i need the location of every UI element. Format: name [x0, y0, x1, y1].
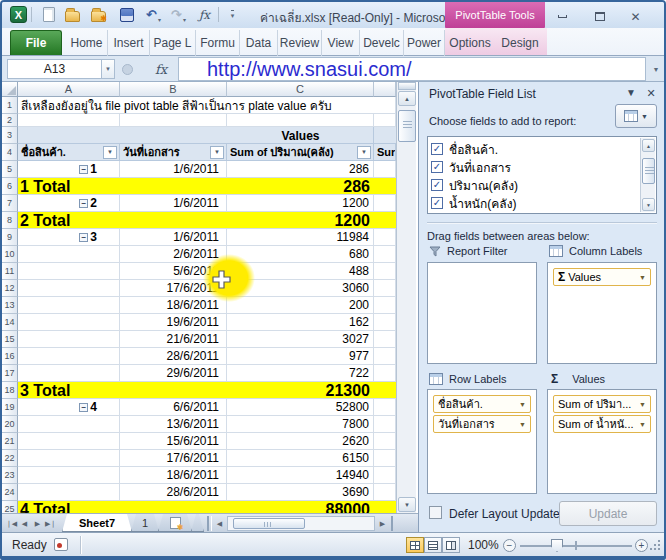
cell-c19[interactable]: 52800 [227, 399, 374, 416]
cell-c16[interactable]: 977 [227, 348, 374, 365]
pane-menu-icon[interactable]: ▼ [623, 87, 639, 98]
resize-grip[interactable] [649, 539, 662, 552]
cell-a23[interactable] [18, 467, 120, 484]
zoom-level[interactable]: 100% [468, 538, 499, 552]
tab-develc[interactable]: Develc [360, 30, 404, 56]
horizontal-scroll-thumb[interactable] [233, 518, 305, 529]
field-checkbox-checked[interactable]: ✓ [431, 179, 443, 191]
tab-data[interactable]: Data [240, 30, 278, 56]
row-header-22[interactable]: 22 [2, 450, 18, 467]
row-header-8[interactable]: 8 [2, 212, 18, 229]
pane-splitter-handle[interactable] [391, 516, 398, 531]
row-header-14[interactable]: 14 [2, 314, 18, 331]
cell-a9[interactable]: −3 [18, 229, 120, 246]
name-box[interactable]: A13 [7, 59, 102, 79]
last-sheet-icon[interactable]: ▶❘ [44, 517, 57, 530]
cell-b15[interactable]: 21/6/2011 [120, 331, 227, 348]
pivot-header-d[interactable]: Sur [374, 144, 396, 161]
cell-b2[interactable] [120, 114, 227, 127]
cell-b19[interactable]: 6/6/2011 [120, 399, 227, 416]
zoom-slider-thumb[interactable] [551, 539, 563, 552]
field-item-2[interactable]: ✓วันที่เอกสาร [431, 158, 631, 176]
excel-app-icon[interactable]: X [10, 6, 27, 23]
values-box[interactable]: Sum of ปริมา...▼Sum of น้ำหนั...▼ [547, 389, 657, 494]
horizontal-scrollbar[interactable] [227, 516, 375, 531]
cell-a7[interactable]: −2 [18, 195, 120, 212]
new-document-icon[interactable] [40, 6, 57, 23]
cell-a16[interactable] [18, 348, 120, 365]
tab-insert[interactable]: Insert [108, 30, 150, 56]
pivot-header-b[interactable]: วันที่เอกสาร▼ [120, 144, 227, 161]
row-header-3[interactable]: 3 [2, 127, 18, 144]
cell-d5[interactable] [374, 161, 396, 178]
first-sheet-icon[interactable]: ❘◀ [5, 517, 18, 530]
record-macro-icon[interactable] [54, 538, 68, 551]
cell-c5[interactable]: 286 [227, 161, 374, 178]
chip-dropdown-icon[interactable]: ▼ [639, 401, 646, 408]
open-folder-icon[interactable] [64, 6, 81, 23]
field-chip-sum-of-น้ำหนั-[interactable]: Sum of น้ำหนั...▼ [553, 415, 651, 433]
cell-b22[interactable]: 17/6/2011 [120, 450, 227, 467]
zoom-out-icon[interactable]: − [503, 539, 516, 552]
cell-b14[interactable]: 19/6/2011 [120, 314, 227, 331]
cell-b9[interactable]: 1/6/2011 [120, 229, 227, 246]
tab-file[interactable]: File [10, 30, 62, 55]
cell-c20[interactable]: 7800 [227, 416, 374, 433]
formula-input[interactable]: http://www.snasui.com/ [178, 57, 646, 81]
cell-d21[interactable] [374, 433, 396, 450]
zoom-in-icon[interactable]: + [635, 539, 648, 552]
cell-d13[interactable] [374, 297, 396, 314]
row-header-17[interactable]: 17 [2, 365, 18, 382]
cell-b7[interactable]: 1/6/2011 [120, 195, 227, 212]
partial-sheet-tab[interactable] [191, 514, 204, 532]
cell-b17[interactable]: 29/6/2011 [120, 365, 227, 382]
page-break-view-button[interactable] [442, 537, 460, 553]
field-checkbox-checked[interactable]: ✓ [431, 143, 443, 155]
field-list-scrollbar[interactable]: ▲ ▼ [640, 138, 655, 212]
field-chip--values[interactable]: ΣValues▼ [553, 268, 651, 286]
row-header-23[interactable]: 23 [2, 467, 18, 484]
vertical-scroll-thumb[interactable] [398, 110, 416, 142]
cell-c14[interactable]: 162 [227, 314, 374, 331]
insert-function-fx-icon[interactable]: fx [148, 59, 174, 79]
collapse-item-icon[interactable]: − [79, 233, 88, 242]
tab-review[interactable]: Review [278, 30, 322, 56]
row-header-24[interactable]: 24 [2, 484, 18, 501]
save-icon[interactable] [118, 6, 135, 23]
cell-c21[interactable]: 2620 [227, 433, 374, 450]
field-list-scroll-thumb[interactable] [642, 158, 655, 184]
row-header-5[interactable]: 5 [2, 161, 18, 178]
pivot-total-row-8[interactable]: 2 Total1200 [18, 212, 396, 229]
scroll-up-icon[interactable]: ▲ [642, 139, 655, 152]
cell-d11[interactable] [374, 263, 396, 280]
cell-d12[interactable] [374, 280, 396, 297]
hscroll-right-icon[interactable]: ▶ [376, 517, 389, 530]
field-list-layout-button[interactable]: ▼ [615, 104, 657, 128]
cell-d2[interactable] [374, 114, 396, 127]
field-item-1[interactable]: ✓ชื่อสินค้า. [431, 140, 631, 158]
cell-c23[interactable]: 14940 [227, 467, 374, 484]
formula-bar-handle[interactable] [122, 64, 133, 75]
cell-d23[interactable] [374, 467, 396, 484]
cell-b24[interactable]: 28/6/2011 [120, 484, 227, 501]
row-header-2[interactable]: 2 [2, 114, 18, 127]
cell-b20[interactable]: 13/6/2011 [120, 416, 227, 433]
cell-c24[interactable]: 3690 [227, 484, 374, 501]
collapse-item-icon[interactable]: − [79, 403, 88, 412]
vertical-scrollbar[interactable]: ▲ ▼ [396, 82, 416, 513]
cell-a20[interactable] [18, 416, 120, 433]
row-header-7[interactable]: 7 [2, 195, 18, 212]
cell-a21[interactable] [18, 433, 120, 450]
row-header-9[interactable]: 9 [2, 229, 18, 246]
cell-a17[interactable] [18, 365, 120, 382]
cell-a19[interactable]: −4 [18, 399, 120, 416]
scroll-up-icon[interactable]: ▲ [398, 91, 416, 106]
field-item-4[interactable]: ✓น้ำหนัก(คลัง) [431, 194, 631, 212]
cell-a5[interactable]: −1 [18, 161, 120, 178]
cell-a24[interactable] [18, 484, 120, 501]
cell-d9[interactable] [374, 229, 396, 246]
row-header-4[interactable]: 4 [2, 144, 18, 161]
row-header-15[interactable]: 15 [2, 331, 18, 348]
undo-icon[interactable]: ↶▾ [143, 6, 160, 23]
sheet-tab-sheet7[interactable]: Sheet7 [62, 514, 132, 532]
